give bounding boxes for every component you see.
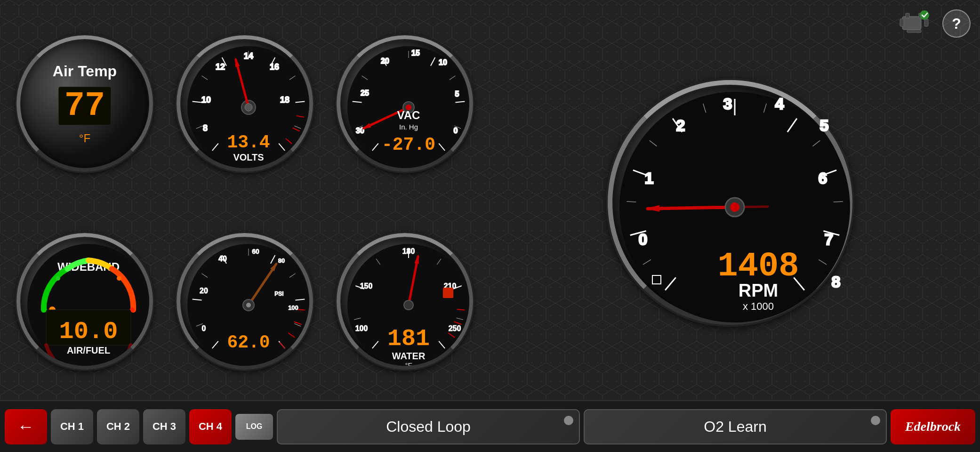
- psi-gauge: 0 20 40 60 80 PSI 100: [169, 207, 320, 396]
- o2-learn-button[interactable]: O2 Learn: [584, 409, 887, 444]
- log-button[interactable]: LOG: [235, 414, 273, 440]
- svg-point-135: [246, 303, 251, 307]
- ch2-label: CH 2: [106, 420, 130, 433]
- rpm-circle: 0 1 2 3 4 5 6 7 8: [608, 80, 852, 325]
- back-button[interactable]: ←: [5, 409, 47, 444]
- psi-svg: 0 20 40 60 80 PSI 100: [180, 237, 313, 370]
- svg-text:x 1000: x 1000: [743, 300, 774, 312]
- air-temp-label: Air Temp: [53, 63, 117, 80]
- vacuum-circle: 30 25 20 15 10 5 0: [337, 35, 473, 172]
- svg-text:150: 150: [360, 282, 373, 290]
- air-temp-circle: Air Temp 77 °F: [16, 35, 153, 172]
- svg-text:0: 0: [202, 324, 206, 332]
- svg-text:250: 250: [449, 324, 461, 332]
- volts-svg: 8 10 12 14 16 18: [180, 39, 313, 172]
- wideband-svg: WIDEBAND: [20, 237, 153, 370]
- svg-rect-3: [906, 13, 909, 18]
- ch4-label: CH 4: [199, 420, 222, 433]
- svg-text:6: 6: [819, 169, 827, 187]
- ch2-button[interactable]: CH 2: [97, 409, 139, 444]
- wideband-gauge: WIDEBAND: [9, 207, 160, 396]
- svg-text:VOLTS: VOLTS: [233, 152, 264, 162]
- svg-text:181: 181: [387, 325, 430, 352]
- svg-text:100: 100: [355, 324, 368, 332]
- svg-text:In. Hg: In. Hg: [399, 123, 418, 131]
- edelbrock-label: Edelbrock: [905, 419, 961, 434]
- svg-text:1408: 1408: [718, 247, 799, 286]
- svg-point-93: [730, 202, 739, 212]
- svg-rect-0: [902, 16, 921, 30]
- ch3-label: CH 3: [153, 420, 176, 433]
- svg-text:8: 8: [203, 123, 208, 133]
- svg-text:25: 25: [361, 89, 369, 97]
- closed-loop-label: Closed Loop: [386, 418, 471, 436]
- svg-text:10: 10: [439, 58, 447, 66]
- air-temp-gauge: Air Temp 77 °F: [9, 9, 160, 198]
- volts-gauge: 8 10 12 14 16 18: [169, 9, 320, 198]
- o2-learn-label: O2 Learn: [704, 418, 766, 436]
- svg-text:RPM: RPM: [739, 281, 778, 300]
- svg-text:20: 20: [200, 287, 208, 295]
- svg-text:7: 7: [825, 230, 834, 248]
- rpm-gauge: 0 1 2 3 4 5 6 7 8: [490, 9, 971, 396]
- ch1-label: CH 1: [60, 420, 84, 433]
- svg-text:16: 16: [270, 62, 279, 72]
- vacuum-svg: 30 25 20 15 10 5 0: [340, 39, 473, 172]
- ch4-button[interactable]: CH 4: [189, 409, 232, 444]
- engine-icon: [895, 9, 933, 35]
- svg-text:100: 100: [288, 304, 298, 311]
- svg-text:3: 3: [723, 95, 732, 113]
- svg-text:AIR/FUEL: AIR/FUEL: [67, 345, 110, 355]
- closed-loop-button[interactable]: Closed Loop: [277, 409, 580, 444]
- bottom-bar: ← CH 1 CH 2 CH 3 CH 4 LOG Closed Loop O2…: [0, 400, 980, 452]
- svg-point-158: [404, 300, 413, 310]
- svg-text:5: 5: [820, 116, 829, 134]
- svg-point-32: [245, 104, 252, 111]
- gauges-area: Air Temp 77 °F: [0, 0, 980, 400]
- svg-text:10.0: 10.0: [59, 318, 118, 346]
- engine-status-area: [895, 9, 933, 35]
- svg-rect-2: [924, 19, 928, 26]
- svg-text:2: 2: [676, 116, 685, 134]
- wideband-circle: WIDEBAND: [16, 233, 153, 370]
- svg-text:0: 0: [639, 230, 648, 248]
- svg-text:180: 180: [402, 247, 415, 255]
- o2-learn-indicator: [871, 416, 880, 425]
- edelbrock-button[interactable]: Edelbrock: [891, 409, 975, 444]
- svg-point-101: [56, 276, 60, 281]
- svg-text:8: 8: [832, 273, 841, 291]
- ch1-button[interactable]: CH 1: [51, 409, 93, 444]
- svg-text:14: 14: [244, 51, 253, 61]
- svg-text:-27.0: -27.0: [382, 135, 435, 155]
- air-temp-display: 77: [58, 87, 111, 125]
- svg-line-78: [834, 202, 843, 202]
- log-label: LOG: [246, 422, 263, 430]
- svg-text:1: 1: [645, 169, 654, 187]
- volts-circle: 8 10 12 14 16 18: [177, 35, 313, 172]
- svg-text:62.0: 62.0: [227, 332, 270, 353]
- rpm-svg: 0 1 2 3 4 5 6 7 8: [612, 85, 857, 330]
- svg-text:40: 40: [218, 255, 227, 263]
- svg-text:°F: °F: [405, 361, 412, 369]
- water-svg: 100 150 180 210 250: [340, 237, 473, 370]
- vacuum-gauge: 30 25 20 15 10 5 0: [329, 9, 480, 198]
- svg-text:10: 10: [201, 95, 211, 105]
- help-icon: ?: [952, 15, 961, 32]
- psi-circle: 0 20 40 60 80 PSI 100: [177, 233, 313, 370]
- svg-text:20: 20: [381, 57, 389, 65]
- main-container: Air Temp 77 °F: [0, 0, 980, 452]
- back-icon: ←: [17, 417, 34, 436]
- svg-text:18: 18: [280, 95, 289, 105]
- closed-loop-indicator: [564, 416, 573, 425]
- svg-point-102: [86, 258, 91, 263]
- svg-text:5: 5: [455, 90, 459, 98]
- water-gauge: 100 150 180 210 250: [329, 207, 480, 396]
- help-button[interactable]: ?: [942, 9, 971, 38]
- svg-point-6: [920, 10, 929, 20]
- svg-text:0: 0: [454, 127, 458, 135]
- svg-line-73: [627, 202, 636, 202]
- svg-text:PSI: PSI: [274, 291, 283, 297]
- svg-rect-5: [907, 30, 921, 32]
- svg-text:80: 80: [278, 257, 285, 264]
- ch3-button[interactable]: CH 3: [143, 409, 185, 444]
